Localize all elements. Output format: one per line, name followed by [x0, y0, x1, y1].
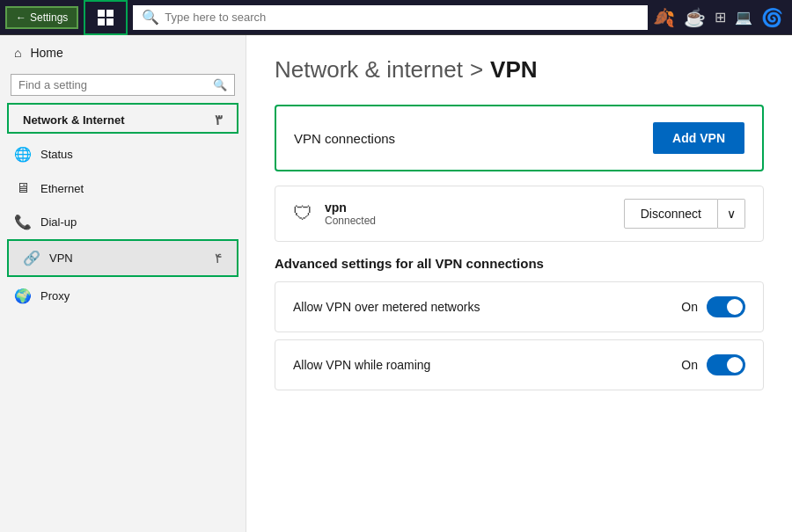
sidebar-search-icon: 🔍	[213, 78, 227, 91]
settings-label: Settings	[30, 11, 68, 24]
vpn-entry-name: vpn	[325, 200, 376, 215]
proxy-label: Proxy	[40, 289, 70, 302]
status-label: Status	[40, 148, 73, 161]
back-button[interactable]: ← Settings	[5, 6, 78, 29]
vpn-connections-label: VPN connections	[294, 131, 395, 146]
content-area: Network & internet > VPN VPN connections…	[246, 35, 792, 532]
setting-roaming-controls: On	[681, 354, 745, 375]
sidebar-item-vpn[interactable]: 🔗 VPN ۴	[7, 239, 238, 277]
taskbar-search-box[interactable]: 🔍	[133, 5, 648, 30]
sidebar-item-status[interactable]: 🌐 Status	[0, 137, 246, 171]
vpn-nav-label: VPN	[49, 251, 73, 265]
sidebar-category-network: Network & Internet ۳	[7, 103, 238, 134]
sidebar: ⌂ Home 🔍 Network & Internet ۳ 🌐 Status 🖥…	[0, 35, 246, 532]
vpn-entry: 🛡 vpn Connected Disconnect ∨	[275, 186, 764, 242]
setting-roaming-label: Allow VPN while roaming	[293, 358, 430, 372]
toggle-roaming-knob	[727, 357, 743, 373]
coffee-icon: ☕	[684, 7, 706, 28]
main-layout: ⌂ Home 🔍 Network & Internet ۳ 🌐 Status 🖥…	[0, 35, 792, 532]
ethernet-label: Ethernet	[40, 182, 84, 195]
sidebar-search-input[interactable]	[18, 78, 213, 91]
windows-start-button[interactable]	[84, 0, 128, 35]
dialup-label: Dial-up	[40, 215, 77, 229]
search-icon: 🔍	[142, 9, 159, 26]
sidebar-item-ethernet[interactable]: 🖥 Ethernet	[0, 171, 246, 205]
breadcrumb-separator: >	[470, 56, 483, 84]
sidebar-item-proxy[interactable]: 🌍 Proxy	[0, 279, 246, 313]
breadcrumb: Network & internet > VPN	[275, 56, 764, 84]
disconnect-chevron-button[interactable]: ∨	[718, 199, 745, 229]
toggle-roaming[interactable]	[707, 354, 745, 375]
edge-icon[interactable]: 🌀	[761, 7, 783, 28]
setting-metered-controls: On	[681, 296, 745, 317]
home-label: Home	[30, 46, 62, 60]
vpn-nav-icon: 🔗	[23, 250, 40, 266]
breadcrumb-current: VPN	[490, 56, 537, 84]
vpn-shield-icon: 🛡	[293, 202, 312, 225]
breadcrumb-nav[interactable]: Network & internet	[275, 56, 463, 84]
taskbar: ← Settings 🔍 🍂 ☕ ⊞ 💻 🌀	[0, 0, 792, 35]
sidebar-category-label: Network & Internet	[23, 113, 125, 127]
vpn-entry-info: 🛡 vpn Connected	[293, 200, 376, 227]
sidebar-item-home[interactable]: ⌂ Home	[0, 35, 246, 70]
disconnect-button[interactable]: Disconnect	[624, 199, 718, 229]
setting-row-metered: Allow VPN over metered networks On	[275, 281, 764, 332]
vpn-entry-status: Connected	[325, 215, 376, 227]
proxy-icon: 🌍	[14, 288, 32, 304]
home-icon: ⌂	[14, 46, 21, 60]
leaf-icon: 🍂	[653, 7, 675, 28]
add-vpn-button[interactable]: Add VPN	[653, 122, 744, 154]
taskbar-search-input[interactable]	[165, 11, 639, 24]
display-icon[interactable]: ⊞	[715, 9, 726, 26]
dialup-icon: 📞	[14, 214, 32, 230]
setting-metered-value: On	[681, 300, 698, 314]
back-arrow-icon: ←	[16, 11, 26, 24]
setting-row-roaming: Allow VPN while roaming On	[275, 339, 764, 390]
setting-roaming-value: On	[681, 358, 698, 372]
advanced-settings-title: Advanced settings for all VPN connection…	[275, 256, 764, 271]
ethernet-icon: 🖥	[14, 180, 32, 196]
toggle-metered[interactable]	[707, 296, 745, 317]
sidebar-search-box[interactable]: 🔍	[11, 74, 235, 96]
sidebar-category-arabic-num: ۳	[215, 112, 223, 128]
vpn-entry-text: vpn Connected	[325, 200, 376, 227]
chevron-down-icon: ∨	[727, 207, 736, 221]
status-icon: 🌐	[14, 146, 32, 163]
vpn-entry-controls: Disconnect ∨	[624, 199, 745, 229]
vpn-connections-card: VPN connections Add VPN	[275, 105, 764, 171]
windows-logo-icon	[98, 10, 114, 26]
sidebar-item-dialup[interactable]: 📞 Dial-up	[0, 205, 246, 239]
vpn-arabic-num: ۴	[215, 250, 223, 266]
setting-metered-label: Allow VPN over metered networks	[293, 300, 480, 314]
taskbar-icons: 🍂 ☕ ⊞ 💻 🌀	[653, 7, 783, 28]
toggle-metered-knob	[727, 299, 743, 315]
laptop-icon[interactable]: 💻	[735, 9, 752, 26]
